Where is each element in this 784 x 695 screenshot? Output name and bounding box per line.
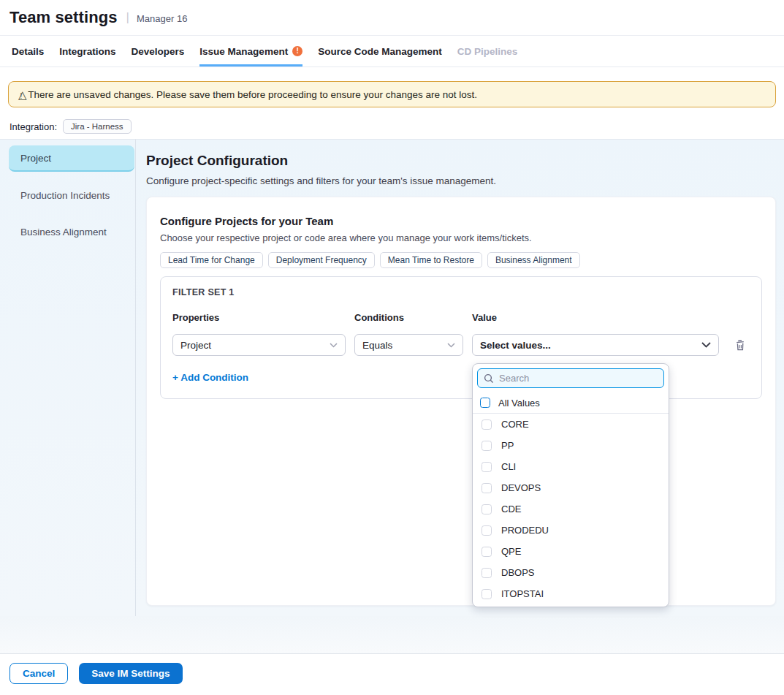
settings-sidebar: Project Production Incidents Business Al… (0, 140, 136, 616)
footer-action-bar: Cancel Save IM Settings (0, 653, 784, 693)
sidebar-item-business-alignment[interactable]: Business Alignment (9, 219, 134, 245)
checkbox[interactable] (482, 462, 492, 472)
select-all-label: All Values (498, 398, 540, 409)
page-header: Team settings | Manager 16 (0, 0, 784, 36)
card-title: Configure Projects for your Team (160, 215, 762, 227)
option-pp[interactable]: PP (473, 435, 669, 456)
value-column-label: Value (472, 312, 719, 323)
main-panel: Project Configuration Configure project-… (136, 140, 784, 616)
notice-zone: △! There are unsaved changes. Please sav… (0, 67, 784, 139)
value-select-wrapper: Select values... (472, 334, 719, 356)
integration-chip[interactable]: Jira - Harness (63, 119, 132, 134)
tab-integrations[interactable]: Integrations (59, 36, 115, 67)
sidebar-item-label: Business Alignment (20, 227, 107, 238)
section-subtitle: Configure project-specific settings and … (146, 175, 776, 186)
tab-label: Source Code Management (318, 46, 442, 57)
tab-issue-management[interactable]: Issue Management ! (199, 36, 302, 67)
checkbox[interactable] (482, 589, 492, 599)
value-multiselect[interactable]: Select values... (472, 334, 719, 356)
tab-developers[interactable]: Developers (132, 36, 185, 67)
filter-column-labels: Properties Conditions Value (172, 312, 750, 323)
tab-label: Integrations (59, 46, 115, 57)
tab-source-code-management[interactable]: Source Code Management (318, 36, 442, 67)
banner-text: There are unsaved changes. Please save t… (28, 89, 477, 100)
sidebar-item-project[interactable]: Project (9, 145, 134, 172)
cancel-button[interactable]: Cancel (9, 663, 68, 684)
condition-select-value: Equals (362, 340, 447, 351)
option-label: ITOPSTAI (501, 588, 544, 599)
checkbox[interactable] (482, 419, 492, 430)
option-label: PP (501, 440, 514, 451)
page-title: Team settings (9, 8, 118, 27)
checkbox[interactable] (482, 483, 492, 493)
property-select[interactable]: Project (172, 334, 346, 356)
tab-label: Issue Management (199, 46, 288, 57)
configure-projects-card: Configure Projects for your Team Choose … (146, 197, 776, 606)
option-cli[interactable]: CLI (473, 456, 669, 477)
checkbox[interactable] (482, 504, 492, 514)
option-itopstai[interactable]: ITOPSTAI (473, 583, 669, 604)
value-dropdown-panel: All Values CORE PP (472, 363, 669, 607)
page-subtitle: Manager 16 (137, 11, 187, 24)
chip-deployment-frequency[interactable]: Deployment Frequency (268, 252, 375, 268)
option-qpe[interactable]: QPE (473, 541, 669, 562)
bottom-spacer (0, 616, 784, 653)
option-devops[interactable]: DEVOPS (473, 477, 669, 498)
filter-set-title: FILTER SET 1 (172, 287, 750, 297)
conditions-column-label: Conditions (354, 312, 463, 323)
filter-set-1-card: FILTER SET 1 Properties Conditions Value… (160, 276, 762, 399)
dropdown-search-input[interactable] (499, 373, 658, 384)
warning-triangle-icon: △! (18, 89, 22, 100)
tab-details[interactable]: Details (12, 36, 44, 67)
option-label: DBOPS (501, 567, 535, 578)
trash-icon (734, 339, 746, 352)
add-condition-button[interactable]: + Add Condition (172, 372, 248, 383)
metric-chips: Lead Time for Change Deployment Frequenc… (160, 252, 762, 268)
sidebar-item-production-incidents[interactable]: Production Incidents (9, 182, 134, 208)
save-im-settings-button[interactable]: Save IM Settings (79, 663, 182, 684)
property-select-value: Project (180, 340, 330, 351)
chip-business-alignment[interactable]: Business Alignment (487, 252, 580, 268)
option-cde[interactable]: CDE (473, 498, 669, 520)
select-all-option[interactable]: All Values (473, 392, 669, 414)
delete-condition-button[interactable] (734, 339, 746, 352)
option-label: CORE (501, 419, 529, 430)
checkbox[interactable] (482, 441, 492, 451)
option-label: DEVOPS (501, 482, 541, 493)
checkbox[interactable] (482, 547, 492, 557)
checkbox[interactable] (482, 568, 492, 578)
sidebar-item-label: Production Incidents (20, 190, 110, 201)
tab-label: Details (12, 46, 44, 57)
option-core[interactable]: CORE (473, 414, 669, 435)
option-label: QPE (501, 546, 521, 557)
unsaved-changes-banner: △! There are unsaved changes. Please sav… (8, 81, 776, 107)
tab-cd-pipelines: CD Pipelines (457, 36, 518, 67)
chip-mean-time-to-restore[interactable]: Mean Time to Restore (380, 252, 482, 268)
condition-select[interactable]: Equals (354, 334, 463, 356)
sidebar-item-label: Project (20, 153, 51, 164)
checkbox-all-values[interactable] (480, 398, 490, 408)
tab-label: CD Pipelines (457, 46, 518, 57)
card-subtitle: Choose your respective project or code a… (160, 232, 762, 243)
option-label: CDE (501, 504, 521, 514)
integration-row: Integration: Jira - Harness (9, 119, 776, 134)
option-prodedu[interactable]: PRODEDU (473, 520, 669, 541)
chip-lead-time-for-change[interactable]: Lead Time for Change (160, 252, 263, 268)
option-pipe[interactable]: PIPE (473, 604, 669, 607)
tab-label: Developers (132, 46, 185, 57)
dropdown-search-box[interactable] (477, 368, 664, 388)
option-label: PRODEDU (501, 525, 549, 536)
checkbox[interactable] (482, 525, 492, 536)
content-area: Project Production Incidents Business Al… (0, 139, 784, 616)
properties-column-label: Properties (172, 312, 346, 323)
chevron-down-icon (330, 343, 338, 348)
chevron-down-icon (447, 343, 455, 348)
dropdown-options-list: CORE PP CLI (473, 414, 669, 607)
search-icon (484, 373, 494, 384)
integration-label: Integration: (9, 121, 57, 132)
value-select-placeholder: Select values... (480, 340, 701, 351)
section-title: Project Configuration (146, 153, 776, 169)
option-dbops[interactable]: DBOPS (473, 562, 669, 583)
tab-bar: Details Integrations Developers Issue Ma… (0, 36, 784, 67)
option-label: CLI (501, 461, 516, 472)
